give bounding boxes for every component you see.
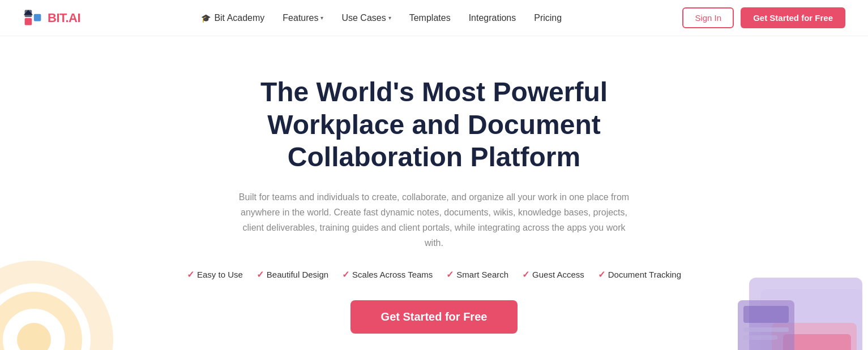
feature-label: Smart Search	[456, 270, 508, 279]
feature-document-tracking: ✓Document Tracking	[598, 269, 681, 280]
nav-pricing[interactable]: Pricing	[534, 13, 562, 23]
feature-label: Guest Access	[532, 270, 584, 279]
hero-section: The World's Most Powerful Workplace and …	[0, 36, 868, 350]
signin-button[interactable]: Sign In	[682, 7, 734, 28]
hero-subtitle: Built for teams and individuals to creat…	[236, 189, 632, 251]
feature-beautiful-design: ✓Beautiful Design	[256, 269, 328, 280]
logo-text: BIT.AI	[48, 11, 80, 25]
logo-icon	[23, 8, 43, 28]
nav-features[interactable]: Features ▾	[283, 13, 323, 23]
main-nav: 🎓 Bit Academy Features ▾ Use Cases ▾ Tem…	[201, 13, 562, 23]
check-icon: ✓	[342, 269, 349, 280]
hero-title: The World's Most Powerful Workplace and …	[179, 76, 689, 174]
features-list: ✓Easy to Use✓Beautiful Design✓Scales Acr…	[11, 269, 857, 280]
feature-easy-to-use: ✓Easy to Use	[187, 269, 243, 280]
feature-guest-access: ✓Guest Access	[522, 269, 584, 280]
check-icon: ✓	[256, 269, 264, 280]
svg-rect-16	[743, 335, 777, 340]
feature-label: Beautiful Design	[267, 270, 328, 279]
get-started-nav-button[interactable]: Get Started for Free	[741, 7, 845, 28]
header-actions: Sign In Get Started for Free	[682, 7, 845, 28]
feature-scales-across-teams: ✓Scales Across Teams	[342, 269, 433, 280]
academy-icon: 🎓	[201, 14, 211, 23]
logo[interactable]: BIT.AI	[23, 8, 80, 28]
check-icon: ✓	[446, 269, 454, 280]
nav-templates[interactable]: Templates	[409, 13, 451, 23]
nav-use-cases[interactable]: Use Cases ▾	[341, 13, 391, 23]
svg-rect-2	[34, 14, 41, 21]
use-cases-chevron-icon: ▾	[388, 15, 391, 21]
nav-integrations[interactable]: Integrations	[469, 13, 516, 23]
check-icon: ✓	[187, 269, 194, 280]
feature-label: Easy to Use	[197, 270, 243, 279]
header: BIT.AI 🎓 Bit Academy Features ▾ Use Case…	[0, 0, 868, 36]
nav-academy[interactable]: 🎓 Bit Academy	[201, 13, 264, 23]
feature-label: Scales Across Teams	[352, 270, 433, 279]
check-icon: ✓	[522, 269, 529, 280]
feature-label: Document Tracking	[608, 270, 681, 279]
feature-smart-search: ✓Smart Search	[446, 269, 508, 280]
svg-rect-12	[783, 334, 851, 350]
get-started-hero-button[interactable]: Get Started for Free	[350, 300, 518, 334]
features-chevron-icon: ▾	[320, 15, 323, 21]
check-icon: ✓	[598, 269, 605, 280]
svg-rect-0	[25, 18, 32, 25]
